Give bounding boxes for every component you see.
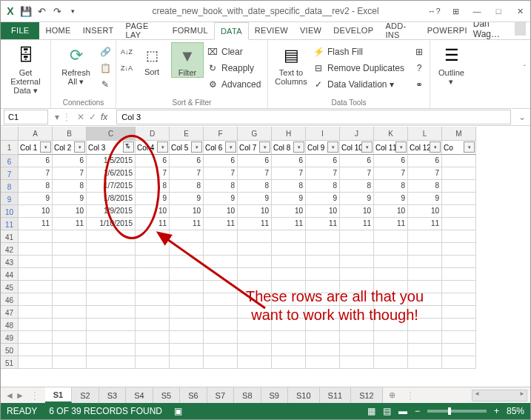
row-header-48[interactable]: 48 [1, 319, 19, 331]
cell[interactable] [19, 344, 53, 356]
header-cell[interactable]: Col 10▾ [340, 141, 374, 155]
cell[interactable]: 7 [53, 167, 87, 180]
cell[interactable]: 8 [306, 180, 340, 193]
cell[interactable] [53, 268, 87, 281]
cell[interactable] [136, 356, 170, 369]
sheet-tab-S6[interactable]: S6 [180, 387, 207, 403]
cell[interactable]: 10 [136, 205, 170, 218]
cell[interactable] [53, 319, 87, 331]
clear-filter-btn[interactable]: ⌧Clear [207, 44, 263, 59]
cell[interactable] [19, 281, 53, 293]
tab-developer[interactable]: DEVELOP [327, 21, 379, 39]
cell[interactable] [408, 243, 442, 256]
sheet-tab-S11[interactable]: S11 [320, 387, 352, 403]
cell[interactable] [53, 230, 87, 243]
cell[interactable]: 6 [408, 155, 442, 167]
filter-dropdown-icon[interactable]: ▾ [157, 141, 168, 153]
cell[interactable] [442, 193, 476, 205]
cell[interactable]: 6 [170, 155, 204, 167]
row-header-7[interactable]: 7 [1, 167, 19, 180]
cell[interactable]: 9 [19, 193, 53, 205]
cell[interactable]: 1/10/2015 [87, 218, 136, 230]
filter-button[interactable]: ▼ Filter [171, 42, 204, 78]
qat-more-icon[interactable]: ▾ [66, 4, 79, 18]
cell[interactable]: 8 [374, 180, 408, 193]
cell[interactable] [170, 243, 204, 256]
cell[interactable]: 1/7/2015 [87, 180, 136, 193]
cell[interactable]: 7 [306, 167, 340, 180]
fx-expand-icon[interactable]: ⌄ [514, 112, 530, 122]
col-header-C[interactable]: C [87, 127, 136, 141]
header-cell[interactable]: Col 12▾ [408, 141, 442, 155]
cell[interactable]: 6 [238, 155, 272, 167]
cell[interactable]: 6 [53, 155, 87, 167]
cell[interactable] [408, 230, 442, 243]
cell[interactable] [136, 293, 170, 306]
cell[interactable] [306, 268, 340, 281]
row-header-50[interactable]: 50 [1, 344, 19, 356]
cell[interactable]: 8 [272, 180, 306, 193]
row-header-46[interactable]: 46 [1, 293, 19, 306]
row-header-11[interactable]: 11 [1, 218, 19, 230]
cell[interactable] [340, 331, 374, 344]
cell[interactable] [408, 306, 442, 319]
cell[interactable] [87, 319, 136, 331]
cell[interactable]: 11 [204, 218, 238, 230]
sort-button[interactable]: ⬚ Sort [136, 42, 168, 76]
cell[interactable] [238, 293, 272, 306]
cell[interactable] [272, 230, 306, 243]
cell[interactable]: 11 [306, 218, 340, 230]
cell[interactable] [170, 356, 204, 369]
cell[interactable]: 8 [340, 180, 374, 193]
sheet-nav-next-icon[interactable]: ► [16, 390, 24, 401]
tab-powerpivot[interactable]: POWERPI [421, 21, 473, 39]
row-header-10[interactable]: 10 [1, 205, 19, 218]
cell[interactable] [19, 293, 53, 306]
col-header-K[interactable]: K [374, 127, 408, 141]
cell[interactable]: 8 [53, 180, 87, 193]
name-box-dropdown[interactable]: ▾ [51, 112, 62, 122]
cell[interactable]: 1/5/2015 [87, 155, 136, 167]
name-box[interactable]: C1 [4, 110, 48, 124]
cell[interactable]: 1/6/2015 [87, 167, 136, 180]
zoom-level[interactable]: 85% [507, 406, 524, 416]
cell[interactable]: 10 [340, 205, 374, 218]
cell[interactable] [87, 243, 136, 256]
filter-dropdown-icon[interactable]: ▾ [40, 141, 51, 153]
cell[interactable]: 11 [238, 218, 272, 230]
reapply-btn[interactable]: ↻Reapply [207, 61, 263, 76]
zoom-slider[interactable] [427, 410, 487, 413]
cell[interactable]: 9 [136, 193, 170, 205]
sheet-tab-S10[interactable]: S10 [288, 387, 320, 403]
cell[interactable] [170, 331, 204, 344]
cell[interactable] [170, 293, 204, 306]
cell[interactable] [19, 268, 53, 281]
cell[interactable]: 8 [170, 180, 204, 193]
cell[interactable] [238, 256, 272, 268]
sheet-tab-S9[interactable]: S9 [261, 387, 288, 403]
cell[interactable] [136, 319, 170, 331]
cell[interactable] [374, 306, 408, 319]
cell[interactable] [19, 331, 53, 344]
cell[interactable] [442, 243, 476, 256]
header-cell[interactable]: Co▾ [442, 141, 476, 155]
cell[interactable] [442, 256, 476, 268]
cell[interactable] [238, 306, 272, 319]
cell[interactable] [170, 306, 204, 319]
row-header-51[interactable]: 51 [1, 356, 19, 369]
cell[interactable] [53, 293, 87, 306]
filter-dropdown-icon[interactable]: ▾ [293, 141, 304, 153]
cell[interactable]: 7 [408, 167, 442, 180]
header-cell[interactable]: Col 11▾ [374, 141, 408, 155]
row-header-44[interactable]: 44 [1, 268, 19, 281]
fx-insert-icon[interactable]: fx [101, 112, 107, 122]
header-cell[interactable]: Col 1▾ [19, 141, 53, 155]
row-header-8[interactable]: 8 [1, 180, 19, 193]
filter-dropdown-icon[interactable]: ▾ [395, 141, 407, 153]
cell[interactable] [442, 230, 476, 243]
cell[interactable]: 6 [136, 155, 170, 167]
cell[interactable]: 11 [19, 218, 53, 230]
cell[interactable] [87, 356, 136, 369]
cell[interactable]: 11 [272, 218, 306, 230]
cell[interactable]: 10 [204, 205, 238, 218]
